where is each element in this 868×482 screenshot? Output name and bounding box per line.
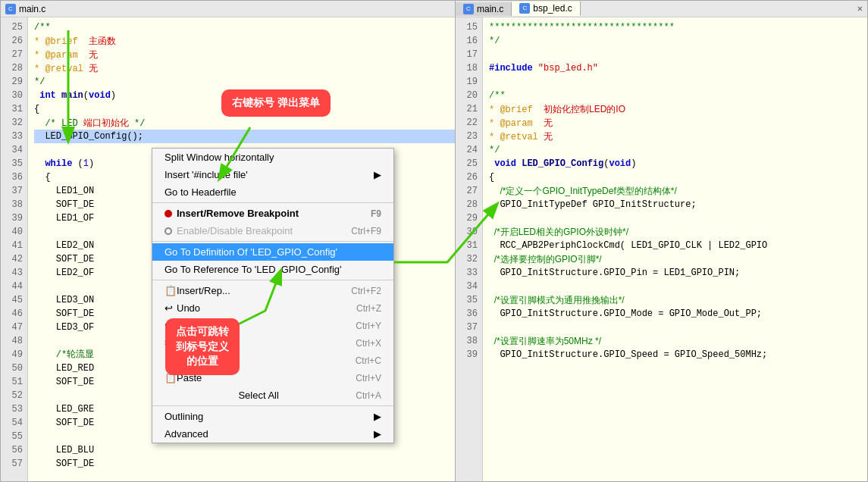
code-line: /* LED 端口初始化 */ [34, 116, 484, 130]
ln: 27 [4, 48, 23, 61]
ln: 26 [459, 171, 478, 184]
ln: 29 [459, 211, 478, 225]
shortcut-label: Ctrl+A [356, 390, 381, 401]
menu-insert-remove-breakpoint[interactable]: Insert/Remove Breakpoint F9 [152, 205, 393, 222]
right-tab-icon-bsp: C [519, 3, 530, 14]
right-titlebar: C main.c C bsp_led.c ✕ [456, 1, 867, 17]
code-line: */ [34, 75, 484, 89]
ln: 32 [4, 116, 23, 130]
menu-goto-reference[interactable]: Go To Reference To 'LED_GPIO_Config' [152, 261, 393, 278]
code-line [489, 321, 861, 334]
code-line: void LED_GPIO_Config(void) [489, 157, 861, 171]
ln: 21 [459, 102, 478, 116]
ln: 39 [4, 211, 23, 225]
code-line [489, 211, 861, 225]
menu-divider [152, 405, 393, 406]
code-line: /*选择要控制的GPIO引脚*/ [489, 252, 861, 266]
menu-undo[interactable]: ↩ Undo Ctrl+Z [152, 299, 393, 317]
menu-item-label: Insert/Rep... [177, 285, 230, 296]
ln: 49 [4, 348, 23, 362]
menu-split-window[interactable]: Split Window horizontally [152, 149, 393, 166]
ln: 52 [4, 389, 23, 402]
ln: 37 [459, 321, 478, 334]
shortcut-label: Ctrl+Z [356, 303, 381, 314]
ln: 47 [4, 321, 23, 334]
left-tab-icon: C [5, 4, 16, 14]
ln: 24 [459, 143, 478, 157]
ln: 40 [4, 225, 23, 239]
line-numbers-right: 15 16 17 18 19 20 21 22 23 24 25 26 27 2… [456, 17, 483, 481]
menu-item-label: Go To Definition Of 'LED_GPIO_Config' [165, 246, 337, 258]
right-tab-label-main: main.c [477, 4, 503, 14]
ln: 39 [459, 348, 478, 362]
menu-item-label: Advanced [165, 428, 208, 440]
menu-advanced[interactable]: Advanced ▶ [152, 425, 393, 443]
right-tab-main[interactable]: C main.c [456, 2, 512, 16]
menu-select-all[interactable]: Select All Ctrl+A [152, 387, 393, 404]
ln: 50 [4, 362, 23, 375]
code-line: SOFT_DE [34, 457, 484, 471]
shortcut-label: F9 [371, 208, 381, 219]
ln: 32 [459, 252, 478, 266]
ln: 23 [459, 130, 478, 143]
breakpoint-circle-icon [165, 227, 172, 235]
menu-item-label: Enable/Disable Breakpoint [177, 225, 293, 236]
menu-goto-header[interactable]: Go to Headerfile [152, 183, 393, 201]
ln: 53 [4, 402, 23, 416]
shortcut-label: Ctrl+C [356, 355, 381, 366]
menu-item-label: Select All [238, 390, 278, 401]
menu-outlining[interactable]: Outlining ▶ [152, 408, 393, 425]
menu-divider [152, 280, 393, 280]
right-tab-bsp[interactable]: C bsp_led.c [512, 2, 580, 16]
menu-goto-definition[interactable]: Go To Definition Of 'LED_GPIO_Config' [152, 243, 393, 261]
menu-item-label: Insert '#include file' [165, 169, 248, 180]
menu-item-label: Outlining [165, 411, 203, 422]
code-line: */ [489, 143, 861, 157]
ln: 42 [4, 252, 23, 266]
ln: 29 [4, 75, 23, 89]
code-line [489, 75, 861, 89]
ln: 26 [4, 34, 23, 48]
code-line: * @brief 主函数 [34, 34, 484, 48]
menu-insert-replace[interactable]: 📋 Insert/Rep... Ctrl+F2 [152, 282, 393, 299]
ln: 44 [4, 280, 23, 293]
ln: 36 [4, 171, 23, 184]
ln: 30 [459, 225, 478, 239]
callout-text-2: 点击可跳转到标号定义的位置 [176, 325, 229, 367]
code-line: /*设置引脚模式为通用推挽输出*/ [489, 293, 861, 307]
left-titlebar: C main.c 📌 ✕ [1, 1, 490, 17]
ln: 25 [4, 20, 23, 34]
ln: 15 [459, 20, 478, 34]
ln: 41 [4, 239, 23, 252]
code-line: LED_BLU [34, 443, 484, 457]
ln: 38 [4, 198, 23, 211]
ln: 28 [4, 61, 23, 75]
menu-item-label: Split Window horizontally [165, 152, 274, 163]
submenu-arrow-icon: ▶ [374, 428, 381, 440]
context-menu: Split Window horizontally Insert '#inclu… [152, 148, 394, 443]
left-tab: C main.c [5, 4, 45, 14]
menu-item-label: Go to Headerfile [165, 186, 237, 198]
ln: 57 [4, 457, 23, 471]
ln: 18 [459, 61, 478, 75]
menu-enable-disable-breakpoint[interactable]: Enable/Disable Breakpoint Ctrl+F9 [152, 222, 393, 239]
ln: 17 [459, 48, 478, 61]
ln: 37 [4, 184, 23, 198]
code-line: GPIO_InitTypeDef GPIO_InitStructure; [489, 198, 861, 211]
shortcut-label: Ctrl+F2 [351, 286, 381, 296]
insert-icon: 📋 [165, 285, 177, 296]
menu-divider [152, 241, 393, 242]
callout-goto-definition: 点击可跳转到标号定义的位置 [165, 318, 240, 375]
right-close-button[interactable]: ✕ [853, 2, 867, 16]
menu-item-label: Insert/Remove Breakpoint [177, 208, 299, 219]
left-tab-label: main.c [19, 4, 45, 14]
ln: 48 [4, 334, 23, 348]
code-line: #include "bsp_led.h" [489, 61, 861, 75]
right-tab-icon-main: C [463, 4, 474, 14]
menu-insert-include[interactable]: Insert '#include file' ▶ [152, 166, 393, 183]
ln: 27 [459, 184, 478, 198]
ln: 34 [459, 280, 478, 293]
code-line: /*开启LED相关的GPIO外设时钟*/ [489, 225, 861, 239]
code-area-right: 15 16 17 18 19 20 21 22 23 24 25 26 27 2… [456, 17, 867, 481]
ln: 33 [459, 266, 478, 280]
